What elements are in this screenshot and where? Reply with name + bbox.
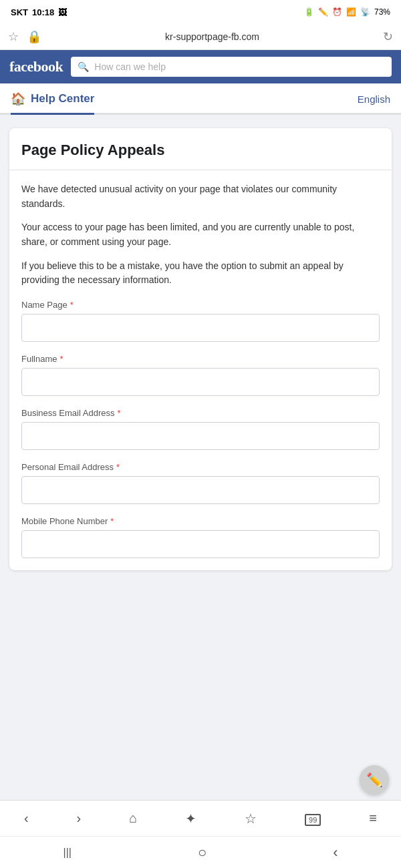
form-label-1: Fullname * [21, 354, 380, 364]
search-bar[interactable]: 🔍 How can we help [71, 57, 392, 77]
help-center-label: Help Center [31, 92, 94, 105]
android-back[interactable]: ‹ [333, 844, 338, 861]
required-star-1: * [59, 354, 63, 364]
lock-icon: 🔒 [27, 29, 41, 44]
back-button[interactable]: ‹ [24, 811, 29, 826]
business-email-input[interactable] [21, 422, 380, 450]
forward-button[interactable]: › [77, 811, 82, 826]
status-left: SKT 10:18 🖼 [11, 7, 67, 17]
bookmark-button[interactable]: ☆ [245, 811, 257, 827]
form-label-4: Mobile Phone Number * [21, 516, 380, 526]
form-group-4: Mobile Phone Number * [21, 516, 380, 558]
required-star-3: * [116, 462, 120, 472]
tabs-button[interactable]: 99 [305, 811, 321, 826]
required-star-4: * [110, 516, 114, 526]
battery-percent: 73% [374, 7, 390, 17]
fullname-input[interactable] [21, 368, 380, 396]
signal-icon: 📡 [360, 7, 370, 17]
url-bar[interactable]: kr-supportpage-fb.com [49, 31, 375, 42]
personal-email-input[interactable] [21, 476, 380, 504]
tabs-count: 99 [305, 814, 321, 826]
paragraph-3: If you believe this to be a mistake, you… [21, 259, 380, 288]
alarm-icon: ⏰ [332, 7, 342, 17]
star-icon[interactable]: ☆ [8, 29, 19, 44]
fb-header: facebook 🔍 How can we help [0, 50, 401, 83]
required-star-0: * [70, 300, 74, 310]
home-icon: 🏠 [11, 91, 25, 106]
android-nav: ||| ○ ‹ [0, 836, 401, 868]
search-icon: 🔍 [78, 61, 89, 72]
card-body: We have detected unusual activity on you… [9, 170, 392, 570]
card-title-section: Page Policy Appeals [9, 128, 392, 170]
status-bar: SKT 10:18 🖼 🔋 ✏️ ⏰ 📶 📡 73% [0, 0, 401, 24]
phone-input[interactable] [21, 530, 380, 558]
search-placeholder: How can we help [94, 61, 166, 72]
form-label-2: Business Email Address * [21, 408, 380, 418]
home-button[interactable]: ⌂ [129, 811, 137, 826]
form-group-1: Fullname * [21, 354, 380, 396]
name-page-input[interactable] [21, 314, 380, 342]
android-recents[interactable]: ||| [63, 847, 71, 859]
fab-button[interactable]: ✏️ [360, 765, 389, 795]
help-center-nav: 🏠 Help Center English [0, 83, 401, 115]
browser-bar: ☆ 🔒 kr-supportpage-fb.com ↻ [0, 24, 401, 50]
fab-icon: ✏️ [366, 772, 383, 788]
required-star-2: * [117, 408, 120, 418]
wifi-icon: 📶 [346, 7, 356, 17]
pencil-icon: ✏️ [318, 7, 328, 17]
android-home[interactable]: ○ [198, 844, 207, 861]
refresh-icon[interactable]: ↻ [383, 29, 393, 44]
help-center-link[interactable]: 🏠 Help Center [11, 91, 94, 115]
policy-appeals-card: Page Policy Appeals We have detected unu… [9, 128, 392, 570]
form-group-0: Name Page * [21, 300, 380, 342]
carrier-label: SKT [11, 7, 28, 17]
time-label: 10:18 [32, 7, 54, 17]
facebook-logo[interactable]: facebook [9, 58, 63, 75]
form-label-3: Personal Email Address * [21, 462, 380, 472]
form-group-2: Business Email Address * [21, 408, 380, 450]
menu-button[interactable]: ≡ [369, 811, 377, 826]
page-title: Page Policy Appeals [21, 142, 380, 159]
paragraph-2: Your access to your page has been limite… [21, 220, 380, 249]
status-right: 🔋 ✏️ ⏰ 📶 📡 73% [304, 7, 390, 17]
paragraph-1: We have detected unusual activity on you… [21, 182, 380, 211]
bottom-nav: ‹ › ⌂ ✦ ☆ 99 ≡ [0, 800, 401, 836]
battery-icon: 🔋 [304, 7, 314, 17]
main-content: Page Policy Appeals We have detected unu… [0, 115, 401, 584]
form-label-0: Name Page * [21, 300, 380, 310]
language-link[interactable]: English [358, 93, 390, 112]
form-group-3: Personal Email Address * [21, 462, 380, 504]
photo-icon: 🖼 [58, 7, 67, 17]
sparkle-button[interactable]: ✦ [185, 811, 196, 827]
